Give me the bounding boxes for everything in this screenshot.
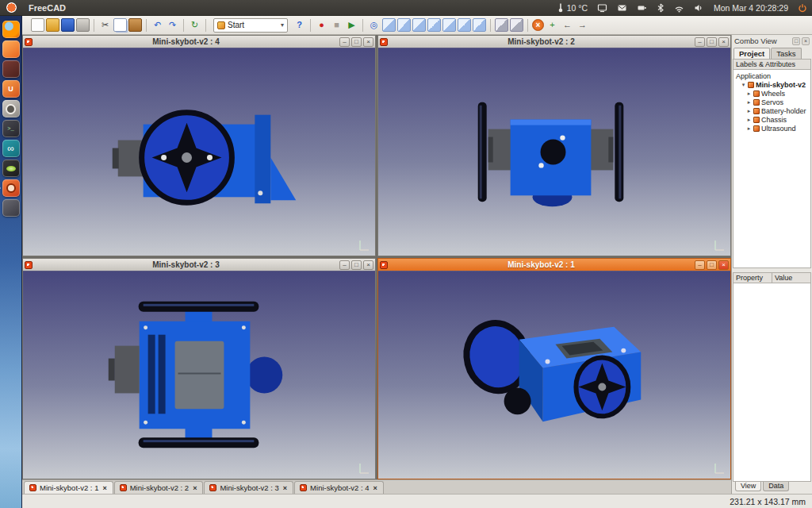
workbench-selector[interactable]: Start ▾ [213,18,288,33]
tree-item-battery-holder[interactable]: ▸ Battery-holder [733,106,810,115]
launcher-item-music-store[interactable] [2,60,20,78]
open-file-icon[interactable] [46,18,59,32]
freecad-document-icon [29,484,36,491]
fit-all-icon[interactable]: ◎ [367,18,381,32]
tree-expanded-icon[interactable]: ▾ [741,82,746,88]
float-panel-icon[interactable]: □ [792,37,800,45]
tree-collapsed-icon[interactable]: ▸ [746,108,752,114]
close-panel-icon[interactable]: × [802,37,810,45]
tab-data[interactable]: Data [763,482,789,491]
tree-collapsed-icon[interactable]: ▸ [746,117,752,123]
launcher-item-firefox[interactable] [2,21,20,38]
clock-indicator[interactable]: Mon Mar 4 20:28:29 [714,0,788,16]
previous-view-icon[interactable]: ← [561,18,574,32]
tree-item-chassis[interactable]: ▸ Chassis [733,115,810,124]
subwindow-titlebar[interactable]: Mini-skybot-v2 : 2 – □ × [378,36,730,48]
launcher-item-ubuntu-one[interactable]: U [2,80,20,98]
cut-icon[interactable]: ✂ [98,18,112,32]
tab-project[interactable]: Project [733,48,770,59]
document-tab-2[interactable]: Mini-skybot-v2 : 2 × [114,481,204,494]
close-button[interactable]: × [718,37,729,47]
macro-play-icon[interactable]: ▶ [345,18,358,32]
axonometric-view-icon[interactable] [382,18,396,32]
undo-icon[interactable]: ↶ [151,18,164,32]
launcher-item-terminal[interactable]: >_ [2,120,20,137]
new-file-icon[interactable] [31,18,44,32]
restore-button[interactable]: □ [707,37,717,47]
paste-icon[interactable] [128,18,142,32]
draw-style-icon[interactable] [495,18,508,32]
subwindow-1-active: Mini-skybot-v2 : 1 – □ × [377,258,731,479]
tab-tasks[interactable]: Tasks [771,48,801,59]
minimize-button[interactable]: – [339,37,350,47]
save-file-icon[interactable] [61,18,75,32]
tab-close-icon[interactable]: × [102,484,107,492]
stop-loading-icon[interactable]: × [532,19,544,31]
subwindow-titlebar[interactable]: Mini-skybot-v2 : 3 – □ × [23,259,375,271]
left-view-icon[interactable] [473,18,486,32]
subwindow-titlebar[interactable]: Mini-skybot-v2 : 4 – □ × [23,36,375,48]
document-tab-label: Mini-skybot-v2 : 2 [130,483,189,492]
bluetooth-indicator[interactable] [657,0,665,16]
tree-collapsed-icon[interactable]: ▸ [746,90,752,97]
add-view-icon[interactable]: + [546,18,559,32]
tree-collapsed-icon[interactable]: ▸ [746,99,752,106]
restore-button[interactable]: □ [351,37,362,47]
tree-item-ultrasound[interactable]: ▸ Ultrasound [733,124,810,133]
viewport-3d-iso-view[interactable] [378,271,730,479]
tree-item-application[interactable]: Application [733,71,810,80]
ubuntu-home-button[interactable] [0,0,22,16]
next-view-icon[interactable]: → [576,18,589,32]
front-view-icon[interactable] [397,18,411,32]
display-indicator[interactable] [597,0,607,16]
minimize-button[interactable]: – [695,260,705,270]
restore-button[interactable]: □ [351,260,362,270]
viewport-3d-top-view[interactable] [23,271,375,479]
macro-stop-icon[interactable]: ■ [330,18,343,32]
print-icon[interactable] [76,18,90,32]
tab-view[interactable]: View [735,482,761,491]
tree-collapsed-icon[interactable]: ▸ [746,125,752,132]
restore-button[interactable]: □ [707,260,717,270]
viewport-3d-front-view[interactable] [378,48,730,256]
document-tab-3[interactable]: Mini-skybot-v2 : 3 × [204,481,293,494]
tab-close-icon[interactable]: × [373,484,378,492]
freecad-document-icon [380,261,388,269]
document-tab-1[interactable]: Mini-skybot-v2 : 1 × [24,481,113,494]
tab-close-icon[interactable]: × [282,484,288,492]
close-button[interactable]: × [363,260,373,270]
launcher-item-arduino[interactable]: ∞ [2,140,20,157]
tree-item-wheels[interactable]: ▸ Wheels [733,89,810,98]
close-button[interactable]: × [718,260,729,270]
launcher-item-nvidia-settings[interactable] [2,160,20,177]
viewport-3d-side-view[interactable] [23,48,375,256]
macro-record-icon[interactable]: ● [315,18,328,32]
sound-indicator[interactable] [694,0,704,16]
tab-close-icon[interactable]: × [192,484,197,492]
whats-this-icon[interactable]: ? [293,18,306,32]
copy-icon[interactable] [113,18,127,32]
bottom-view-icon[interactable] [458,18,471,32]
weather-indicator[interactable]: 10 °C [557,0,588,16]
minimize-button[interactable]: – [695,37,705,47]
battery-indicator[interactable] [637,0,647,16]
document-tab-4[interactable]: Mini-skybot-v2 : 4 × [294,481,384,494]
network-indicator[interactable] [674,0,684,16]
selection-view-icon[interactable] [510,18,523,32]
launcher-item-freecad-active[interactable] [2,179,20,197]
right-view-icon[interactable] [427,18,441,32]
launcher-item-workspace[interactable] [2,199,20,217]
session-indicator[interactable] [798,0,807,16]
top-view-icon[interactable] [412,18,426,32]
launcher-item-system-settings[interactable] [2,100,20,117]
rear-view-icon[interactable] [442,18,456,32]
messaging-indicator[interactable] [617,0,627,16]
close-button[interactable]: × [363,37,373,47]
minimize-button[interactable]: – [339,260,350,270]
tree-item-document[interactable]: ▾ Mini-skybot-v2 [733,80,810,89]
launcher-item-software-center[interactable] [2,40,20,58]
tree-item-servos[interactable]: ▸ Servos [733,98,810,106]
subwindow-titlebar[interactable]: Mini-skybot-v2 : 1 – □ × [378,259,730,271]
refresh-icon[interactable]: ↻ [188,18,201,32]
redo-icon[interactable]: ↷ [166,18,179,32]
